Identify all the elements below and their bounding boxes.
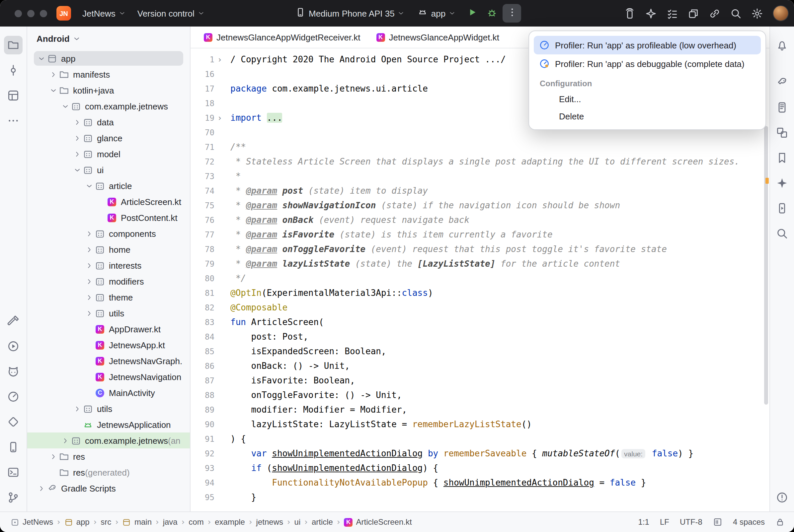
tab-jetnewsglanceappwidget-kt[interactable]: KJetnewsGlanceAppWidget.kt: [368, 26, 507, 48]
device-manager-tool-button[interactable]: [4, 438, 22, 456]
tree-chevron[interactable]: [84, 309, 94, 317]
code-line-85[interactable]: 85 isExpandedScreen: Boolean,: [190, 344, 770, 359]
tree-row-glance[interactable]: glance: [27, 130, 190, 146]
code-line-94[interactable]: 94 FunctionalityNotAvailablePopup { show…: [190, 476, 770, 490]
run-tool-tool-button[interactable]: [4, 337, 22, 356]
more-tool-button[interactable]: [4, 111, 22, 130]
caret-position-widget[interactable]: 1:1: [638, 517, 649, 527]
close-window-button[interactable]: [15, 10, 22, 17]
tree-row-mainactivity[interactable]: CMainActivity: [27, 385, 190, 401]
run-button[interactable]: [463, 4, 481, 22]
popup-action-edit[interactable]: Edit...: [529, 90, 765, 108]
tree-row-ui[interactable]: ui: [27, 162, 190, 178]
debug-button[interactable]: [483, 4, 501, 22]
tree-row-utils[interactable]: utils: [27, 305, 190, 321]
popup-item-profiler-run-app-as-debuggable-complete-data[interactable]: Profiler: Run 'app' as debuggable (compl…: [534, 54, 761, 73]
code-line-79[interactable]: 79 * @param lazyListState (state) the [L…: [190, 257, 770, 271]
settings-button[interactable]: [747, 4, 766, 22]
tree-row-jetnewsnavigation[interactable]: KJetnewsNavigation: [27, 369, 190, 385]
tree-chevron[interactable]: [72, 150, 82, 157]
tree-row-manifests[interactable]: manifests: [27, 66, 190, 82]
code-line-73[interactable]: 73 *: [190, 169, 770, 184]
tree-chevron[interactable]: [60, 102, 70, 110]
more-run-options-button[interactable]: [502, 4, 521, 22]
tree-chevron[interactable]: [72, 166, 82, 173]
breadcrumb-jetnews[interactable]: jetnews: [255, 517, 284, 527]
project-menu[interactable]: JetNews: [76, 4, 131, 22]
tree-chevron[interactable]: [84, 230, 94, 237]
tree-row-interests[interactable]: interests: [27, 258, 190, 273]
tree-row-res-generated[interactable]: res (generated): [27, 464, 190, 480]
popup-action-delete[interactable]: Delete: [529, 108, 765, 125]
tree-chevron[interactable]: [37, 55, 47, 62]
version-control-tool-button[interactable]: [4, 488, 22, 507]
tree-row-jetnewsapp-kt[interactable]: KJetnewsApp.kt: [27, 337, 190, 353]
editor-scrollbar[interactable]: [764, 126, 768, 405]
code-line-77[interactable]: 77 * @param isFavorite (state) is this i…: [190, 228, 770, 242]
code-line-75[interactable]: 75 * @param showNavigationIcon (state) i…: [190, 198, 770, 213]
tree-chevron[interactable]: [49, 87, 58, 94]
tree-chevron[interactable]: [84, 182, 94, 189]
code-line-87[interactable]: 87 isFavorite: Boolean,: [190, 374, 770, 388]
logcat-tool-button[interactable]: [4, 362, 22, 381]
tree-row-jetnewsnavgraph[interactable]: KJetnewsNavGraph.: [27, 353, 190, 369]
tree-row-postcontent-kt[interactable]: KPostContent.kt: [27, 210, 190, 226]
tree-row-kotlin-java[interactable]: kotlin+java: [27, 82, 190, 98]
code-line-88[interactable]: 88 onToggleFavorite: () -> Unit,: [190, 388, 770, 403]
run-configuration-selector[interactable]: app: [412, 4, 461, 22]
tree-chevron[interactable]: [84, 246, 94, 253]
breadcrumb-main[interactable]: main: [121, 517, 153, 527]
fold-marker[interactable]: ›: [215, 52, 225, 67]
app-inspection-tool-button[interactable]: [4, 413, 22, 431]
code-line-93[interactable]: 93 if (showUnimplementedActionDialog) {: [190, 461, 770, 476]
ai-assistant-tool-button[interactable]: [773, 174, 791, 192]
code-line-81[interactable]: 81@OptIn(ExperimentalMaterial3Api::class…: [190, 286, 770, 301]
user-avatar[interactable]: [773, 5, 789, 21]
tree-chevron[interactable]: [84, 293, 94, 301]
breadcrumb-com[interactable]: com: [187, 517, 205, 527]
find-tool-button[interactable]: [773, 224, 791, 243]
device-selector[interactable]: Medium Phone API 35: [290, 4, 411, 22]
tree-row-modifiers[interactable]: modifiers: [27, 273, 190, 289]
tree-row-article[interactable]: article: [27, 178, 190, 194]
tree-row-model[interactable]: model: [27, 146, 190, 162]
tree-row-appdrawer-kt[interactable]: KAppDrawer.kt: [27, 321, 190, 337]
minimize-window-button[interactable]: [27, 10, 35, 17]
profiler-tool-button[interactable]: [4, 387, 22, 406]
notifications-tool-button[interactable]: [773, 36, 791, 54]
tree-row-data[interactable]: data: [27, 114, 190, 130]
tab-jetnewsglanceappwidgetreceiver-kt[interactable]: KJetnewsGlanceAppWidgetReceiver.kt: [196, 26, 368, 48]
code-line-91[interactable]: 91) {: [190, 432, 770, 446]
commit-tool-button[interactable]: [4, 61, 22, 80]
code-line-92[interactable]: 92 var showUnimplementedActionDialog by …: [190, 446, 770, 461]
code-with-me-button[interactable]: [705, 4, 724, 22]
tree-row-theme[interactable]: theme: [27, 289, 190, 305]
gradle-tool-button[interactable]: [773, 73, 791, 92]
project-tool-button[interactable]: [4, 36, 22, 54]
tree-row-app[interactable]: app: [27, 51, 190, 66]
tree-row-com-example-jetnews[interactable]: com.example.jetnews: [27, 98, 190, 114]
tree-chevron[interactable]: [72, 134, 82, 141]
breadcrumb-src[interactable]: src: [99, 517, 112, 527]
code-line-90[interactable]: 90 lazyListState: LazyListState = rememb…: [190, 417, 770, 432]
tree-chevron[interactable]: [84, 262, 94, 269]
problems-tool-button[interactable]: [773, 488, 791, 507]
running-devices-tool-button[interactable]: [773, 199, 791, 217]
tree-chevron[interactable]: [60, 437, 70, 444]
code-line-71[interactable]: 71/**: [190, 140, 770, 155]
breadcrumb-ui[interactable]: ui: [293, 517, 302, 527]
breadcrumb-jetnews[interactable]: JetNews: [9, 517, 54, 527]
tree-row-res[interactable]: res: [27, 449, 190, 464]
code-line-86[interactable]: 86 onBack: () -> Unit,: [190, 359, 770, 374]
tree-row-utils[interactable]: utils: [27, 401, 190, 417]
code-line-84[interactable]: 84 post: Post,: [190, 330, 770, 344]
fold-marker[interactable]: ›: [215, 111, 225, 126]
tree-row-jetnewsapplication[interactable]: JetnewsApplication: [27, 417, 190, 433]
todo-list-button[interactable]: [663, 4, 681, 22]
line-separator-widget[interactable]: LF: [660, 517, 669, 527]
structure-tool-button[interactable]: [4, 86, 22, 105]
code-line-95[interactable]: 95 }: [190, 490, 770, 505]
code-line-82[interactable]: 82@Composable: [190, 301, 770, 315]
popup-item-profiler-run-app-as-profileable-low-overhead[interactable]: Profiler: Run 'app' as profileable (low …: [534, 36, 761, 54]
device-streaming-button[interactable]: [620, 4, 639, 22]
